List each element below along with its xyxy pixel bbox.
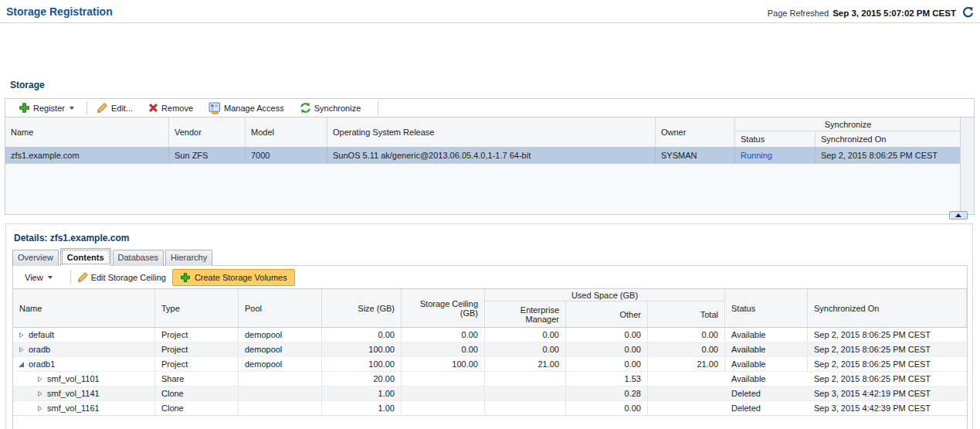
column-header-size-gb[interactable]: Size (GB)	[322, 289, 402, 327]
column-header-enterprise-manager[interactable]: Enterprise Manager	[485, 301, 566, 327]
table-row-default[interactable]: defaultProjectdemopool0.000.000.000.000.…	[13, 328, 967, 342]
status-running-link[interactable]: Running	[741, 151, 772, 160]
splitter-collapse-button[interactable]	[949, 211, 968, 220]
remove-button[interactable]: Remove	[141, 99, 201, 117]
tab-databases[interactable]: Databases	[113, 250, 164, 266]
expand-toggle-icon[interactable]	[36, 405, 43, 412]
vertical-scrollbar[interactable]	[960, 117, 974, 214]
cell-synchronized-on: Sep 2, 2015 8:06:25 PM CEST	[816, 148, 961, 163]
collapse-up-icon	[955, 213, 961, 217]
cell-type: Project	[155, 342, 239, 357]
cell-type: Clone	[155, 386, 239, 401]
cell-total: 0.00	[648, 328, 725, 342]
name-label: oradb1	[29, 359, 55, 369]
expand-toggle-icon[interactable]	[18, 332, 25, 339]
view-menu-button[interactable]: View	[13, 266, 60, 288]
column-header-pool[interactable]: Pool	[239, 289, 322, 327]
table-row-smf_vol_1141[interactable]: smf_vol_1141Clone1.000.28DeletedSep 3, 2…	[13, 386, 967, 401]
name-label: oradb	[29, 345, 50, 354]
name-label: smf_vol_1161	[47, 403, 100, 413]
edit-storage-ceiling-button[interactable]: Edit Storage Ceiling	[76, 266, 172, 288]
column-header-other[interactable]: Other	[566, 301, 648, 327]
cell-other: 1.53	[566, 372, 648, 386]
manage-access-label: Manage Access	[224, 104, 284, 113]
register-button[interactable]: Register	[5, 99, 85, 117]
cell-em: 0.00	[485, 328, 566, 342]
table-row-oradb[interactable]: oradbProjectdemopool100.000.000.000.000.…	[13, 342, 967, 357]
toolbar-separator	[378, 101, 378, 115]
cell-ceiling: 0.00	[402, 328, 485, 342]
cell-owner: SYSMAN	[656, 148, 735, 163]
cell-name: oradb	[13, 342, 155, 357]
collapse-toggle-icon[interactable]	[18, 361, 25, 368]
cell-status[interactable]: Running	[735, 148, 816, 163]
cell-status: Deleted	[725, 401, 808, 416]
storage-table-region: Register Edit... Remove Manage Access	[5, 98, 975, 215]
cell-status: Available	[725, 342, 808, 357]
column-header-name[interactable]: Name	[5, 117, 169, 147]
manage-access-icon	[209, 102, 221, 114]
remove-x-icon	[148, 103, 158, 113]
cell-em	[485, 401, 566, 416]
add-icon	[19, 102, 30, 114]
synchronize-label: Synchronize	[314, 104, 361, 113]
storage-table-row[interactable]: zfs1.example.comSun ZFS7000SunOS 5.11 ak…	[5, 148, 961, 164]
tab-overview[interactable]: Overview	[12, 250, 59, 266]
column-header-synchronized-on[interactable]: Synchronized On	[808, 289, 967, 327]
toolbar-separator	[70, 271, 71, 284]
column-header-synchronized-on[interactable]: Synchronized On	[816, 131, 961, 147]
column-header-type[interactable]: Type	[155, 289, 239, 327]
cell-total	[648, 401, 725, 416]
cell-type: Clone	[155, 401, 239, 416]
column-header-name[interactable]: Name	[13, 289, 155, 327]
column-header-total[interactable]: Total	[648, 301, 725, 327]
expand-toggle-icon[interactable]	[36, 390, 43, 397]
cell-pool	[239, 372, 322, 386]
column-group-header-synchronize[interactable]: Synchronize	[735, 117, 961, 131]
name-label: default	[29, 330, 54, 339]
tab-contents[interactable]: Contents	[60, 248, 111, 266]
create-storage-volumes-button[interactable]: Create Storage Volumes	[172, 269, 295, 286]
synchronize-button[interactable]: Synchronize	[292, 99, 369, 117]
column-header-operating-system-release[interactable]: Operating System Release	[327, 117, 656, 147]
tab-hierarchy[interactable]: Hierarchy	[165, 250, 212, 266]
cell-status: Available	[725, 328, 808, 342]
cell-status: Available	[725, 372, 808, 386]
expand-toggle-icon[interactable]	[36, 376, 43, 383]
cell-name: smf_vol_1161	[13, 401, 155, 416]
pencil-icon	[97, 102, 108, 114]
cell-size: 1.00	[322, 386, 402, 401]
storage-toolbar: Register Edit... Remove Manage Access	[5, 99, 974, 117]
column-header-vendor[interactable]: Vendor	[169, 117, 246, 147]
column-header-storage-ceiling-gb[interactable]: Storage Ceiling (GB)	[402, 289, 485, 327]
cell-status: Deleted	[725, 386, 808, 401]
column-header-model[interactable]: Model	[246, 117, 327, 147]
column-header-status[interactable]: Status	[735, 131, 816, 147]
details-toolbar: View Edit Storage Ceiling Create Storage…	[13, 266, 967, 289]
expand-toggle-icon[interactable]	[18, 346, 25, 353]
cell-synchronized-on: Sep 2, 2015 8:06:25 PM CEST	[808, 357, 967, 372]
details-tabs: OverviewContentsDatabasesHierarchy	[12, 248, 214, 266]
edit-storage-ceiling-label: Edit Storage Ceiling	[91, 273, 166, 282]
edit-button[interactable]: Edit...	[89, 99, 141, 117]
table-row-oradb1[interactable]: oradb1Projectdemopool100.00100.0021.000.…	[13, 357, 967, 372]
table-row-smf_vol_1101[interactable]: smf_vol_1101Share20.001.53AvailableSep 2…	[13, 372, 967, 386]
toolbar-separator	[86, 101, 87, 115]
cell-total: 0.00	[648, 342, 725, 357]
table-row-smf_vol_1161[interactable]: smf_vol_1161Clone1.000.00DeletedSep 3, 2…	[13, 401, 967, 416]
cell-other: 0.00	[566, 342, 648, 357]
name-label: smf_vol_1141	[47, 389, 100, 398]
cell-status: Available	[725, 357, 808, 372]
column-header-status[interactable]: Status	[725, 289, 808, 327]
cell-other: 0.28	[566, 386, 648, 401]
manage-access-button[interactable]: Manage Access	[201, 99, 292, 117]
refresh-icon[interactable]	[962, 7, 974, 19]
column-header-owner[interactable]: Owner	[656, 117, 735, 147]
cell-synchronized-on: Sep 3, 2015 4:42:39 PM CEST	[808, 401, 967, 416]
details-panel: Details: zfs1.example.com OverviewConten…	[5, 223, 973, 429]
view-label: View	[25, 273, 43, 282]
cell-name: oradb1	[13, 357, 155, 372]
cell-model: 7000	[246, 148, 327, 163]
page-title: Storage Registration	[6, 5, 113, 18]
column-group-header-used-space-gb[interactable]: Used Space (GB)	[485, 289, 725, 301]
